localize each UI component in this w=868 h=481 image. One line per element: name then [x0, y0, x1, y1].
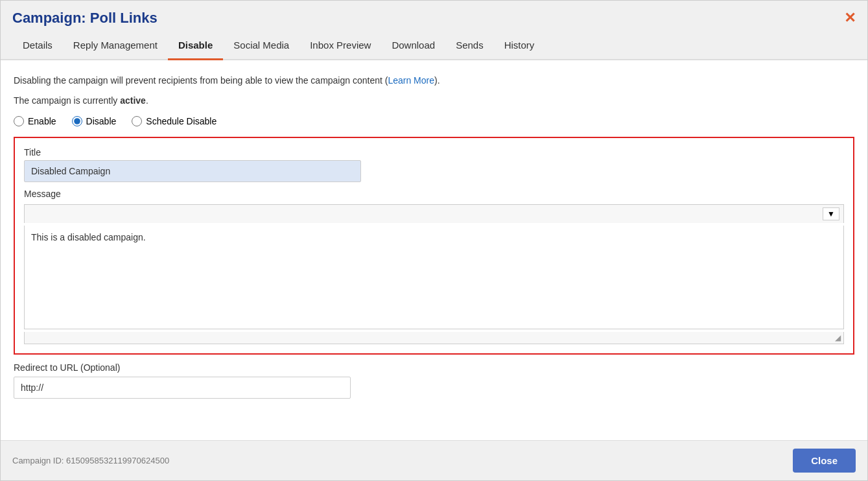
redirect-input[interactable] — [14, 377, 351, 399]
radio-disable-label: Disable — [86, 116, 117, 126]
radio-schedule-disable[interactable]: Schedule Disable — [132, 116, 217, 126]
radio-schedule-disable-input[interactable] — [132, 116, 142, 126]
info-text-1: Disabling the campaign will prevent reci… — [14, 75, 388, 86]
tab-reply-management[interactable]: Reply Management — [63, 32, 168, 60]
modal-title: Campaign: Poll Links — [12, 10, 158, 27]
status-text-1: The campaign is currently — [14, 95, 120, 106]
resize-icon: ◢ — [835, 333, 841, 342]
toolbar-dropdown-btn[interactable]: ▼ — [823, 207, 839, 220]
radio-enable-input[interactable] — [14, 116, 24, 126]
disable-config-box: Title Message ▼ ◢ — [14, 137, 854, 355]
tab-disable[interactable]: Disable — [168, 32, 223, 60]
radio-disable[interactable]: Disable — [72, 116, 117, 126]
tab-details[interactable]: Details — [12, 32, 63, 60]
tab-sends[interactable]: Sends — [445, 32, 494, 60]
info-paragraph: Disabling the campaign will prevent reci… — [14, 73, 854, 88]
tab-bar: Details Reply Management Disable Social … — [1, 32, 867, 60]
message-section: Message ▼ ◢ — [24, 189, 844, 344]
radio-group: Enable Disable Schedule Disable — [14, 116, 854, 126]
close-x-button[interactable]: ✕ — [844, 11, 856, 25]
learn-more-link[interactable]: Learn More — [388, 75, 434, 86]
redirect-label: Redirect to URL (Optional) — [14, 362, 854, 373]
message-textarea[interactable] — [24, 226, 844, 329]
resize-handle: ◢ — [24, 332, 844, 344]
radio-enable[interactable]: Enable — [14, 116, 56, 126]
redirect-section: Redirect to URL (Optional) — [14, 362, 854, 399]
title-label: Title — [24, 147, 844, 158]
info-text-2: ). — [434, 75, 440, 86]
tab-history[interactable]: History — [494, 32, 545, 60]
campaign-id: Campaign ID: 6150958532119970624500 — [12, 456, 169, 465]
status-paragraph: The campaign is currently active. — [14, 95, 854, 106]
message-label: Message — [24, 189, 844, 199]
radio-disable-input[interactable] — [72, 116, 82, 126]
status-text-2: . — [146, 95, 148, 106]
title-input[interactable] — [24, 160, 361, 182]
status-bold: active — [120, 95, 146, 106]
radio-enable-label: Enable — [28, 116, 56, 126]
message-toolbar: ▼ — [24, 204, 844, 223]
tab-download[interactable]: Download — [381, 32, 445, 60]
close-button[interactable]: Close — [793, 449, 856, 473]
title-field-container: Title — [24, 147, 844, 182]
tab-social-media[interactable]: Social Media — [223, 32, 299, 60]
modal-footer: Campaign ID: 6150958532119970624500 Clos… — [1, 440, 867, 480]
tab-inbox-preview[interactable]: Inbox Preview — [299, 32, 381, 60]
content-area: Disabling the campaign will prevent reci… — [1, 60, 867, 440]
modal-header: Campaign: Poll Links ✕ — [1, 1, 867, 27]
modal-container: Campaign: Poll Links ✕ Details Reply Man… — [0, 0, 868, 481]
radio-schedule-disable-label: Schedule Disable — [146, 116, 217, 126]
